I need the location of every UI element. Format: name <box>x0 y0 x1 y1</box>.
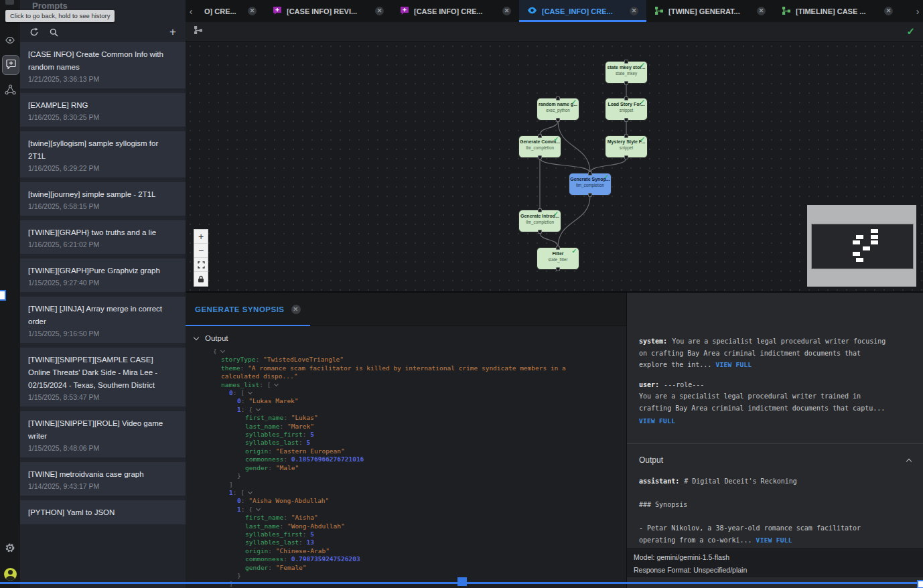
drag-handle[interactable] <box>917 580 923 588</box>
flow-node-state_mkey[interactable]: state mkey stor...state_mkey✓ <box>605 61 648 84</box>
tab-1[interactable]: O] CRE...✕ <box>196 0 265 22</box>
prompt-list-item[interactable]: [CASE INFO] Create Common Info with rand… <box>20 42 186 88</box>
check-icon: ✓ <box>571 248 577 254</box>
refresh-icon[interactable] <box>29 27 39 37</box>
tab-5[interactable]: [TWINE] GENERAT...✕ <box>646 0 774 22</box>
check-icon: ✓ <box>571 98 577 105</box>
flow-node-gen_introd[interactable]: Generate Introd...llm_completion✓ <box>518 210 561 232</box>
prompt-list-item[interactable]: [TWINE] [JINJA] Array merge in correct o… <box>20 297 186 343</box>
prompt-title: [TWINE][GRAPH]Pure Graphviz graph <box>28 265 178 277</box>
json-token: : <box>233 389 240 396</box>
tab-6[interactable]: [TIMELINE] CASE ...✕ <box>774 0 901 22</box>
prompt-list-item[interactable]: [TWINE] metroidvania case graph1/14/2025… <box>20 462 186 496</box>
tab-close-icon[interactable]: ✕ <box>630 7 638 15</box>
node-output-handle[interactable] <box>624 118 628 122</box>
view-full-link[interactable]: VIEW FULL <box>756 536 792 544</box>
settings-button[interactable] <box>0 540 20 559</box>
tab-close-icon[interactable]: ✕ <box>757 7 766 15</box>
close-icon[interactable]: ✕ <box>291 305 301 314</box>
node-output-handle[interactable] <box>556 118 560 122</box>
json-token: : <box>299 538 306 546</box>
node-input-handle[interactable] <box>624 60 628 64</box>
search-icon[interactable] <box>50 28 58 37</box>
drag-handle[interactable] <box>0 290 6 301</box>
node-input-handle[interactable] <box>588 171 592 175</box>
tab-2[interactable]: [CASE INFO] REVI...✕ <box>265 0 392 22</box>
prompt-list-item[interactable]: [twine][syllogism] sample syllogism for … <box>20 131 186 177</box>
collapse-caret-icon[interactable] <box>248 490 253 494</box>
prompt-list-item[interactable]: [TWINE][SNIPPET][SAMPLE CASE] Online Thr… <box>20 348 186 407</box>
prompt-list-item[interactable]: [TWINE][SNIPPET][ROLE] Video game writer… <box>20 411 186 457</box>
node-output-handle[interactable] <box>556 267 560 271</box>
collapse-caret-icon[interactable] <box>248 390 253 394</box>
flow-edge <box>540 158 590 173</box>
tab-generate-synopsis[interactable]: GENERATE SYNOPSIS ✕ <box>186 293 310 325</box>
flow-node-load_story[interactable]: Load Story For...snippet✓ <box>605 98 648 121</box>
response-output-header[interactable]: Output <box>627 444 923 473</box>
lock-button[interactable] <box>194 272 208 286</box>
json-line: { <box>186 348 626 356</box>
node-input-handle[interactable] <box>624 96 628 100</box>
drag-handle[interactable] <box>457 577 467 586</box>
prompt-list-item[interactable]: [PYTHON] Yaml to JSON <box>20 500 186 524</box>
prompt-list-item[interactable]: [EXAMPLE] RNG1/16/2025, 8:30:25 PM <box>20 93 186 127</box>
node-output-handle[interactable] <box>624 81 628 85</box>
tab-close-icon[interactable]: ✕ <box>502 7 511 15</box>
prompts-tool-button[interactable] <box>2 55 19 75</box>
flow-node-gen_comm[interactable]: Generate Comm...llm_completion✓ <box>518 135 561 158</box>
flow-node-filter[interactable]: Filterstate_filter✓ <box>537 247 579 270</box>
node-output-handle[interactable] <box>624 155 628 159</box>
tab-4[interactable]: [CASE_INFO] CRE...✕ <box>519 0 646 22</box>
prompt-timestamp: 1/14/2025, 9:43:17 PM <box>28 482 178 490</box>
node-input-handle[interactable] <box>538 208 542 212</box>
tab-close-icon[interactable]: ✕ <box>884 7 893 15</box>
node-output-handle[interactable] <box>538 155 542 159</box>
tabs-scroll-right-button[interactable]: › <box>912 0 923 22</box>
tab-close-icon[interactable]: ✕ <box>375 7 384 15</box>
json-token: } <box>237 472 241 480</box>
tabs-scroll-left-button[interactable]: ‹ <box>186 0 196 22</box>
json-token: syllables_last <box>245 538 299 546</box>
flow-node-gen_synop[interactable]: Generate Synop...llm_completion✓ <box>569 173 612 196</box>
node-input-handle[interactable] <box>556 246 560 250</box>
flow-canvas[interactable]: + − state mkey stor...state_mkey✓random … <box>186 42 923 291</box>
fit-view-button[interactable] <box>194 258 208 272</box>
account-button[interactable] <box>0 565 20 583</box>
prompt-timestamp: 1/15/2025, 9:16:50 PM <box>28 329 178 338</box>
node-output-handle[interactable] <box>588 193 592 197</box>
output-tab-label: GENERATE SYNOPSIS <box>195 305 285 313</box>
view-full-link[interactable]: VIEW FULL <box>715 361 752 368</box>
node-input-handle[interactable] <box>556 96 560 100</box>
json-token: : <box>283 455 291 463</box>
prompt-timestamp: 1/16/2025, 6:58:15 PM <box>28 202 178 210</box>
minimap[interactable] <box>807 205 916 287</box>
collapse-caret-icon[interactable] <box>256 506 261 511</box>
tab-close-icon[interactable]: ✕ <box>248 7 257 15</box>
prompt-list-item[interactable]: [TWINE][GRAPH]Pure Graphviz graph1/15/20… <box>20 259 186 292</box>
zoom-in-button[interactable]: + <box>194 230 208 244</box>
tab-3[interactable]: [CASE INFO] CRE...✕ <box>392 0 519 22</box>
zoom-out-button[interactable]: − <box>194 244 208 258</box>
graph-icon <box>194 25 203 38</box>
workflows-tool-button[interactable] <box>0 82 20 100</box>
node-input-handle[interactable] <box>624 134 628 138</box>
view-full-link[interactable]: VIEW FULL <box>639 417 675 425</box>
tab-bookmark-icon <box>273 6 282 17</box>
flow-edge <box>540 121 558 135</box>
json-token: : <box>279 423 287 430</box>
tab-eye-icon <box>527 5 537 17</box>
prompt-list-item[interactable]: [TWINE][GRAPH} two truths and a lie1/16/… <box>20 220 186 254</box>
new-prompt-button[interactable]: + <box>169 27 176 37</box>
output-section-header[interactable]: Output <box>186 326 626 346</box>
node-input-handle[interactable] <box>538 134 542 138</box>
flow-node-random_name[interactable]: random name g...exec_python✓ <box>537 98 579 121</box>
collapse-caret-icon[interactable] <box>256 407 261 411</box>
bottom-split: GENERATE SYNOPSIS ✕ Output {storyType: "… <box>186 291 923 588</box>
prompt-list-item[interactable]: [twine][journey] simple sample - 2T1L1/1… <box>20 182 186 216</box>
flow-node-mystery[interactable]: Mystery Style F...snippet✓ <box>605 135 648 158</box>
json-line: calculated dispo..." <box>186 372 626 380</box>
collapse-caret-icon[interactable] <box>220 348 225 353</box>
collapse-caret-icon[interactable] <box>274 382 279 386</box>
preview-tool-button[interactable] <box>0 32 20 51</box>
node-output-handle[interactable] <box>538 230 542 234</box>
